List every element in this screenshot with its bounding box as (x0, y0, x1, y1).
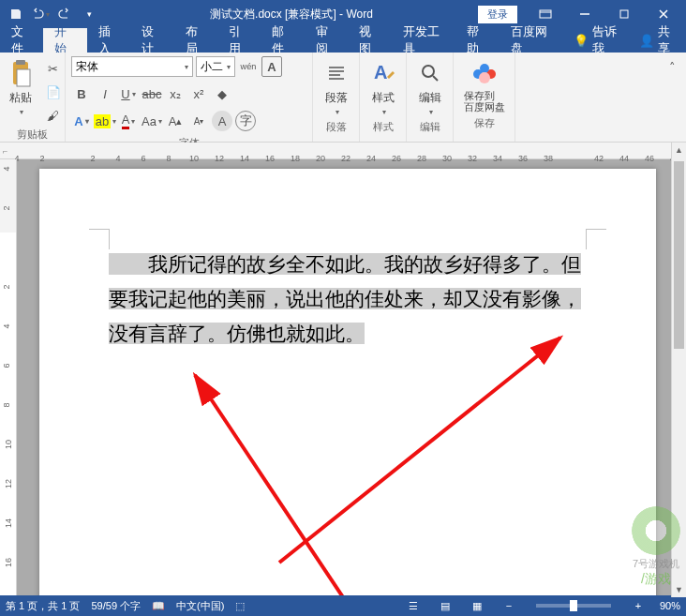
svg-text:A: A (374, 62, 387, 83)
page: 我所记得的故乡全不如此。我的故乡好得多了。但 要我记起他的美丽，说出他的佳处来，… (39, 169, 656, 595)
paragraph-button[interactable]: 段落▾ (318, 56, 355, 118)
collapse-ribbon-icon[interactable]: ˄ (662, 56, 682, 77)
highlight-icon[interactable]: ab▾ (95, 111, 115, 131)
copy-icon[interactable]: 📄 (43, 82, 64, 102)
strikethrough-button[interactable]: abc (142, 83, 162, 104)
zoom-level[interactable]: 90% (660, 600, 680, 611)
change-case-icon[interactable]: Aa▾ (142, 111, 162, 131)
tab-home[interactable]: 开始 (43, 28, 86, 53)
web-layout-icon[interactable]: ▦ (467, 597, 487, 614)
tell-me[interactable]: 💡告诉我 (564, 28, 631, 53)
find-icon (415, 58, 445, 88)
zoom-out-icon[interactable]: − (499, 597, 519, 614)
lightbulb-icon: 💡 (574, 34, 589, 48)
subscript-button[interactable]: x₂ (165, 83, 186, 104)
tab-mailings[interactable]: 邮件 (261, 28, 304, 53)
horizontal-ruler[interactable]: ⌐ 42246810121416182022242628303234363842… (0, 143, 686, 159)
svg-rect-5 (16, 60, 25, 65)
margin-corner-icon (586, 229, 606, 249)
tab-design[interactable]: 设计 (130, 28, 173, 53)
spellcheck-icon[interactable]: 📖 (152, 600, 165, 612)
clipboard-icon (6, 58, 36, 88)
editing-button[interactable]: 编辑▾ (411, 56, 449, 118)
styles-button[interactable]: A 样式▾ (365, 56, 402, 118)
vertical-scrollbar[interactable]: ▲ ▼ (671, 143, 686, 597)
svg-rect-0 (540, 10, 551, 18)
scrollbar-thumb[interactable] (674, 161, 684, 349)
group-label-editing: 编辑 (420, 118, 440, 134)
tab-baidu[interactable]: 百度网盘 (500, 28, 564, 53)
status-bar: 第 1 页，共 1 页 59/59 个字 📖 中文(中国) ⬚ ☰ ▤ ▦ − … (0, 595, 686, 616)
font-color-icon[interactable]: A▾ (118, 111, 139, 131)
text-effects-icon[interactable]: A▾ (71, 111, 92, 131)
bold-button[interactable]: B (71, 83, 92, 104)
login-button[interactable]: 登录 (478, 6, 517, 23)
superscript-button[interactable]: x² (188, 83, 209, 104)
group-label-clipboard: 剪贴板 (17, 126, 48, 142)
baidu-save-button[interactable]: 保存到 百度网盘 (460, 56, 509, 114)
share-button[interactable]: 👤共享 (630, 28, 686, 53)
grow-font-icon[interactable]: wén (238, 56, 259, 77)
read-mode-icon[interactable]: ☰ (403, 597, 424, 614)
document-title: 测试文档.docx [兼容模式] - Word (105, 7, 478, 23)
tab-selector-icon[interactable]: ⌐ (3, 146, 7, 156)
clear-format-icon[interactable]: ◆ (212, 83, 232, 104)
svg-point-12 (480, 64, 489, 73)
svg-point-13 (479, 72, 490, 83)
word-count-status[interactable]: 59/59 个字 (91, 599, 141, 613)
tab-developer[interactable]: 开发工具 (392, 28, 456, 53)
enclose-char-icon[interactable]: 字 (235, 111, 256, 131)
ribbon-tabs: 文件 开始 插入 设计 布局 引用 邮件 审阅 视图 开发工具 帮助 百度网盘 … (0, 28, 686, 53)
shrink-font-icon[interactable]: A▾ (188, 111, 209, 131)
italic-button[interactable]: I (95, 83, 115, 104)
char-border-icon[interactable]: A (261, 56, 282, 77)
qat-customize-icon[interactable]: ▾ (79, 4, 99, 24)
underline-button[interactable]: U▾ (118, 83, 139, 104)
zoom-slider[interactable] (536, 604, 611, 608)
margin-corner-icon (89, 229, 110, 249)
ribbon: 粘贴 ▾ ✂ 📄 🖌 剪贴板 宋体▾ 小二▾ wén A B I U▾ abc (0, 53, 686, 143)
macro-status-icon[interactable]: ⬚ (235, 600, 245, 612)
tab-layout[interactable]: 布局 (174, 28, 217, 53)
language-status[interactable]: 中文(中国) (176, 599, 224, 613)
baidu-cloud-icon (470, 58, 500, 88)
document-scroll-area[interactable]: 我所记得的故乡全不如此。我的故乡好得多了。但 要我记起他的美丽，说出他的佳处来，… (17, 159, 686, 595)
tab-help[interactable]: 帮助 (455, 28, 499, 53)
format-painter-icon[interactable]: 🖌 (43, 105, 64, 126)
page-number-status[interactable]: 第 1 页，共 1 页 (6, 599, 80, 613)
paragraph-icon (321, 58, 351, 88)
styles-icon: A (368, 58, 398, 88)
undo-icon[interactable]: ▾ (30, 4, 51, 24)
group-label-styles: 样式 (373, 118, 394, 134)
scroll-down-icon[interactable]: ▼ (672, 582, 686, 597)
tab-insert[interactable]: 插入 (87, 28, 130, 53)
zoom-in-icon[interactable]: + (628, 597, 649, 614)
svg-line-9 (433, 76, 438, 81)
group-label-save: 保存 (474, 114, 495, 130)
svg-rect-3 (620, 10, 628, 18)
font-name-select[interactable]: 宋体▾ (71, 56, 193, 77)
char-shading-icon[interactable]: A (212, 111, 232, 131)
svg-point-8 (423, 66, 434, 77)
paste-button[interactable]: 粘贴 ▾ (2, 56, 39, 118)
grow-font2-icon[interactable]: A▴ (165, 111, 186, 131)
tab-review[interactable]: 审阅 (305, 28, 348, 53)
tab-view[interactable]: 视图 (348, 28, 391, 53)
print-layout-icon[interactable]: ▤ (435, 597, 455, 614)
tab-file[interactable]: 文件 (0, 28, 43, 53)
share-icon: 👤 (639, 34, 654, 48)
scroll-up-icon[interactable]: ▲ (672, 143, 686, 158)
svg-rect-6 (17, 69, 30, 86)
document-workspace: 42246810121416 我所记得的故乡全不如此。我的故乡好得多了。但 要我… (0, 159, 686, 595)
redo-icon[interactable] (54, 4, 75, 24)
document-body-text[interactable]: 我所记得的故乡全不如此。我的故乡好得多了。但 要我记起他的美丽，说出他的佳处来，… (109, 248, 587, 351)
font-size-select[interactable]: 小二▾ (196, 56, 235, 77)
vertical-ruler[interactable]: 42246810121416 (0, 159, 17, 595)
group-label-paragraph: 段落 (326, 118, 347, 134)
save-icon[interactable] (6, 4, 26, 24)
cut-icon[interactable]: ✂ (43, 58, 64, 79)
tab-references[interactable]: 引用 (217, 28, 261, 53)
